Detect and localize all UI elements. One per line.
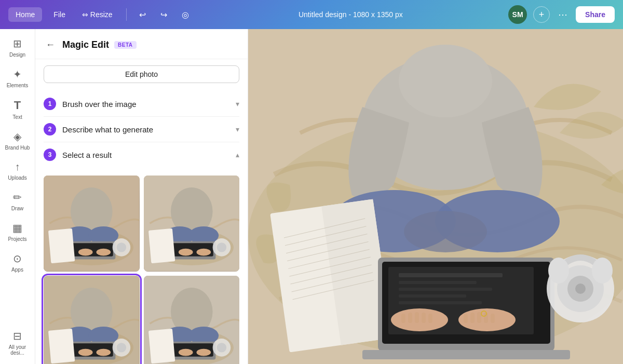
sidebar-label-draw: Draw [11, 206, 23, 211]
sidebar-item-draw[interactable]: ✏ Draw [2, 187, 33, 215]
svg-point-31 [78, 348, 93, 356]
svg-rect-83 [470, 313, 475, 323]
document-title: Untitled design - 1080 x 1350 px [199, 10, 502, 19]
step-3-chevron-icon: ▴ [236, 151, 239, 159]
step-1-number: 1 [44, 98, 56, 110]
step-3-row[interactable]: 3 Select a result ▴ [44, 142, 239, 167]
file-button[interactable]: File [48, 7, 71, 22]
sidebar-item-all-designs[interactable]: ⊟ All your desi... [2, 326, 33, 360]
svg-point-46 [216, 343, 226, 352]
magic-edit-panel: ← Magic Edit BETA Edit photo 1 Brush ove… [35, 29, 248, 364]
step-1-chevron-icon: ▾ [236, 100, 239, 108]
svg-rect-78 [408, 313, 412, 323]
add-button[interactable]: + [533, 6, 550, 23]
step-1-row[interactable]: 1 Brush over the image ▾ [44, 91, 239, 117]
share-button[interactable]: Share [576, 6, 615, 23]
svg-rect-79 [415, 312, 419, 323]
step-3-left: 3 Select a result [44, 149, 112, 161]
sidebar-item-brand-hub[interactable]: ◈ Brand Hub [2, 126, 33, 155]
resize-button[interactable]: ⇔ Resize [77, 7, 118, 22]
result-image-grid [35, 176, 248, 364]
step-2-number: 2 [44, 123, 56, 136]
svg-point-8 [96, 249, 111, 256]
panel-back-button[interactable]: ← [44, 37, 57, 52]
step-2-label: Describe what to generate [62, 125, 153, 134]
resize-icon: ⇔ [82, 10, 88, 19]
svg-rect-71 [399, 281, 477, 284]
svg-point-93 [592, 258, 613, 284]
svg-point-7 [78, 249, 93, 256]
svg-point-34 [117, 343, 126, 352]
nav-divider [126, 8, 127, 21]
svg-point-32 [96, 348, 111, 356]
main-area: ⊞ Design ✦ Elements T Text ◈ Brand Hub ↑… [0, 29, 623, 364]
svg-point-22 [216, 242, 226, 252]
result-image-4[interactable] [144, 276, 240, 365]
svg-point-20 [196, 249, 211, 256]
sidebar-label-text: Text [12, 114, 22, 120]
step-1-left: 1 Brush over the image [44, 98, 137, 110]
sidebar-label-apps: Apps [11, 267, 23, 273]
svg-rect-81 [428, 314, 432, 323]
uploads-icon: ↑ [15, 161, 20, 173]
svg-rect-86 [491, 314, 495, 323]
steps-section: 1 Brush over the image ▾ 2 Describe what… [35, 83, 248, 176]
avatar[interactable]: SM [508, 5, 527, 24]
canvas-image [248, 29, 623, 364]
sidebar-label-uploads: Uploads [8, 175, 27, 181]
svg-rect-72 [399, 288, 492, 291]
more-options-button[interactable]: ⋯ [556, 7, 570, 22]
svg-point-43 [178, 348, 193, 356]
svg-point-51 [399, 45, 492, 117]
brand-hub-icon: ◈ [13, 130, 21, 143]
result-image-3[interactable] [44, 276, 140, 365]
panel-header: ← Magic Edit BETA [35, 29, 248, 59]
edit-photo-button[interactable]: Edit photo [44, 65, 239, 83]
thumbnail-svg-4 [144, 276, 240, 365]
svg-rect-47 [148, 328, 174, 363]
svg-rect-70 [399, 273, 503, 277]
beta-badge: BETA [114, 41, 136, 49]
svg-point-10 [117, 242, 126, 252]
undo-button[interactable]: ↩ [135, 7, 150, 23]
step-3-number: 3 [44, 149, 56, 161]
step-1-label: Brush over the image [62, 100, 137, 109]
svg-rect-82 [464, 314, 468, 323]
view-toggle-button[interactable]: ◎ [178, 7, 193, 23]
result-image-1[interactable] [44, 176, 140, 272]
svg-rect-80 [422, 313, 426, 323]
sidebar-item-design[interactable]: ⊞ Design [2, 33, 33, 62]
main-canvas-svg [248, 29, 623, 364]
all-designs-icon: ⊟ [13, 330, 22, 342]
sidebar-label-design: Design [9, 52, 25, 58]
step-2-left: 2 Describe what to generate [44, 123, 153, 136]
svg-point-91 [575, 284, 586, 294]
design-icon: ⊞ [13, 37, 22, 50]
home-button[interactable]: Home [8, 7, 42, 22]
sidebar-label-elements: Elements [7, 83, 29, 88]
svg-rect-68 [362, 350, 570, 359]
text-icon: T [14, 99, 21, 112]
svg-rect-11 [48, 228, 75, 263]
svg-rect-74 [399, 301, 482, 304]
thumbnail-svg-3 [44, 276, 140, 365]
svg-rect-35 [48, 328, 75, 363]
sidebar-item-apps[interactable]: ⊙ Apps [2, 248, 33, 277]
redo-button[interactable]: ↪ [156, 7, 171, 23]
step-2-chevron-icon: ▾ [236, 125, 239, 133]
thumbnail-svg-2 [144, 176, 240, 272]
svg-rect-77 [401, 314, 405, 323]
svg-point-54 [404, 211, 487, 252]
draw-icon: ✏ [13, 191, 22, 204]
sidebar-item-text[interactable]: T Text [2, 95, 33, 124]
sidebar-label-brand-hub: Brand Hub [5, 145, 30, 151]
sidebar-item-elements[interactable]: ✦ Elements [2, 64, 33, 92]
sidebar-item-uploads[interactable]: ↑ Uploads [2, 157, 33, 185]
step-2-row[interactable]: 2 Describe what to generate ▾ [44, 117, 239, 142]
sidebar-label-all-designs: All your desi... [5, 344, 30, 356]
sidebar-label-projects: Projects [8, 236, 26, 242]
result-image-2[interactable] [144, 176, 240, 272]
sidebar-item-projects[interactable]: ▦ Projects [2, 218, 33, 246]
canvas-area [248, 29, 623, 364]
top-navigation: Home File ⇔ Resize ↩ ↪ ◎ Untitled design… [0, 0, 623, 29]
